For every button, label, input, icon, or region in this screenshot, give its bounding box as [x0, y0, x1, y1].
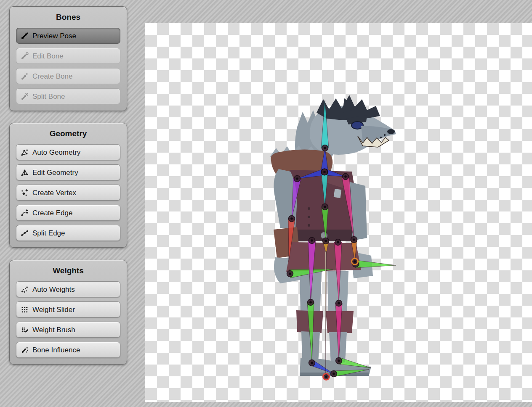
auto-weights-icon [21, 285, 29, 293]
edit-geometry-button[interactable]: Edit Geometry [16, 164, 120, 180]
bones-panel-title: Bones [16, 13, 120, 22]
split-edge-button[interactable]: Split Edge [16, 225, 120, 241]
split-bone-label: Split Bone [32, 93, 65, 100]
weight-slider-icon [21, 306, 29, 314]
sprite-canvas[interactable] [145, 23, 532, 402]
preview-pose-icon [21, 32, 29, 40]
create-edge-icon [21, 209, 29, 217]
edit-geometry-icon [21, 169, 29, 177]
split-bone-icon [21, 92, 29, 100]
preview-pose-label: Preview Pose [32, 32, 76, 40]
geometry-panel: Geometry Auto Geometry Edit Geometry Cre… [9, 123, 127, 248]
bone-influence-button[interactable]: Bone Influence [16, 342, 120, 358]
weight-slider-label: Weight Slider [32, 306, 75, 313]
create-bone-icon [21, 72, 29, 80]
split-bone-button[interactable]: Split Bone [16, 88, 120, 104]
weight-slider-button[interactable]: Weight Slider [16, 301, 120, 317]
bones-panel: Bones Preview Pose Edit Bone Create Bone… [9, 6, 127, 111]
split-edge-label: Split Edge [32, 230, 65, 237]
weight-brush-button[interactable]: Weight Brush [16, 322, 120, 338]
bone-influence-icon [21, 346, 29, 354]
bone-influence-label: Bone Influence [32, 346, 80, 354]
create-bone-label: Create Bone [32, 73, 72, 80]
auto-geometry-button[interactable]: Auto Geometry [16, 144, 120, 160]
auto-weights-button[interactable]: Auto Weights [16, 281, 120, 297]
auto-geometry-label: Auto Geometry [32, 149, 80, 156]
geometry-panel-title: Geometry [16, 129, 120, 138]
split-edge-icon [21, 229, 29, 237]
create-edge-label: Create Edge [32, 209, 72, 217]
edit-geometry-label: Edit Geometry [32, 169, 78, 176]
skinning-editor: Bones Preview Pose Edit Bone Create Bone… [0, 0, 532, 407]
create-vertex-label: Create Vertex [32, 189, 76, 196]
weight-brush-icon [21, 326, 29, 334]
preview-pose-button[interactable]: Preview Pose [16, 28, 120, 44]
create-vertex-button[interactable]: Create Vertex [16, 185, 120, 201]
weight-brush-label: Weight Brush [32, 326, 75, 333]
auto-weights-label: Auto Weights [32, 286, 75, 293]
edit-bone-button[interactable]: Edit Bone [16, 48, 120, 64]
weights-panel: Weights Auto Weights Weight Slider Weigh… [9, 260, 127, 365]
edit-bone-label: Edit Bone [32, 53, 64, 60]
auto-geometry-icon [21, 148, 29, 156]
create-vertex-icon [21, 189, 29, 197]
create-bone-button[interactable]: Create Bone [16, 68, 120, 84]
edit-bone-icon [21, 52, 29, 60]
weights-panel-title: Weights [16, 266, 120, 275]
create-edge-button[interactable]: Create Edge [16, 205, 120, 221]
